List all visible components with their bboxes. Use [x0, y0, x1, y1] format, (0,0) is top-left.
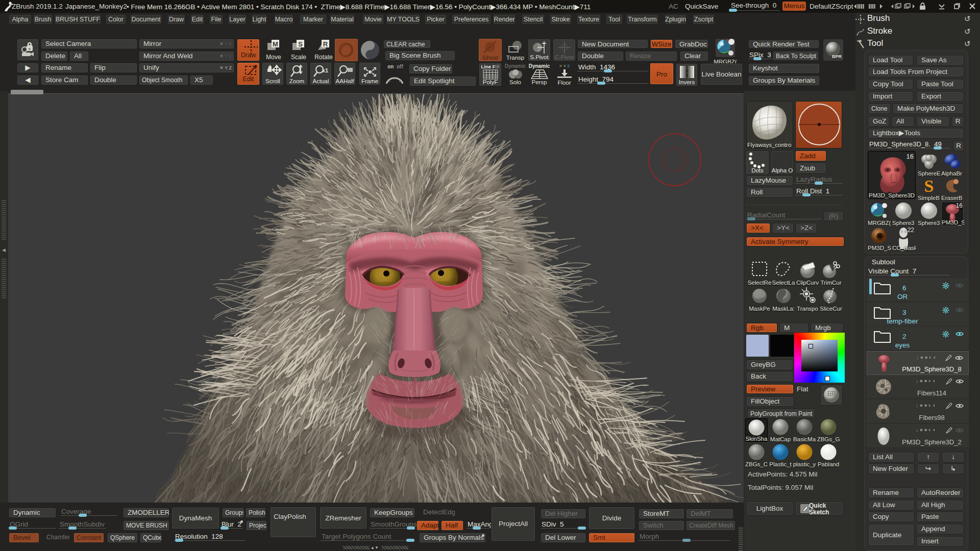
- svg-text:S: S: [298, 40, 303, 48]
- svg-text:x1: x1: [322, 67, 328, 73]
- svg-text:c: c: [28, 46, 31, 51]
- svg-text:S: S: [924, 177, 934, 195]
- svg-text:M: M: [273, 40, 278, 48]
- svg-text:R: R: [323, 40, 328, 48]
